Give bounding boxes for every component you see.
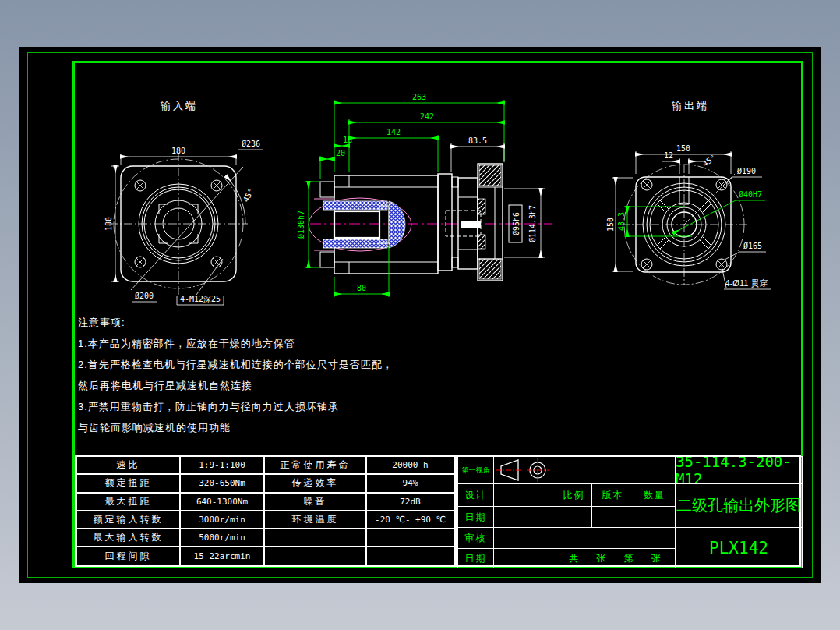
design-label: 设计 xyxy=(457,483,494,507)
spec-value xyxy=(366,547,454,565)
date2-value xyxy=(493,548,556,568)
spec-value: 72dB xyxy=(366,493,454,511)
note-line: 1.本产品为精密部件，应放在干燥的地方保管 xyxy=(78,333,394,354)
left-step-bottom xyxy=(320,252,334,267)
notes-title: 注意事项: xyxy=(78,312,394,333)
input-view-title: 输入端 xyxy=(160,100,198,111)
spec-value: 1:9-1:100 xyxy=(180,456,264,474)
dim-bore-dia: Ø40H7 xyxy=(739,190,762,199)
scale-value xyxy=(556,506,592,528)
bearing-hatch-bottom xyxy=(323,239,387,248)
spec-label: 最大输入转数 xyxy=(76,529,180,547)
spec-label xyxy=(264,547,366,565)
dim-output-height: 150 xyxy=(606,218,615,232)
spec-value: 320-650Nm xyxy=(180,474,264,492)
dim-input-height: 180 xyxy=(104,217,113,231)
spec-label: 回程间隙 xyxy=(76,547,180,565)
dim-142: 142 xyxy=(386,128,401,136)
dim-key-43-3: 43.3 xyxy=(617,212,626,231)
dim-80: 80 xyxy=(357,284,366,292)
spec-value: 640-1300Nm xyxy=(180,493,264,511)
dim-20: 20 xyxy=(336,149,345,158)
design-value xyxy=(493,483,556,507)
spec-value: 94% xyxy=(366,474,454,492)
spec-label: 噪音 xyxy=(264,493,366,511)
spec-value: 20000 h xyxy=(366,456,454,474)
note-line: 2.首先严格检查电机与行星减速机相连接的个部位尺寸是否匹配， xyxy=(78,354,394,375)
dim-key-width: 12 xyxy=(664,151,673,160)
empty-cell xyxy=(556,456,676,484)
version-label: 版本 xyxy=(591,483,634,507)
spec-table: 速比 1:9-1:100 正常使用寿命 20000 h 额定扭距 320-650… xyxy=(75,455,456,567)
shaft-hatch-crescent xyxy=(389,201,405,248)
dim-83-5: 83.5 xyxy=(468,136,487,145)
sheet-info: 共 张 第 张 xyxy=(556,548,676,568)
spec-label: 最大扭距 xyxy=(76,493,180,511)
dim-angle-45: 45° xyxy=(701,153,717,168)
dim-242: 242 xyxy=(420,112,434,121)
dim-output-width: 150 xyxy=(676,144,690,153)
section-view: 263 242 142 18 20 83.5 80 Ø xyxy=(297,93,552,297)
spec-value xyxy=(366,529,454,547)
spec-label: 正常使用寿命 xyxy=(264,456,366,474)
dim-bolt-circle: Ø200 xyxy=(135,292,154,300)
housing-outline xyxy=(334,175,438,274)
spec-label: 传递效率 xyxy=(264,474,366,492)
drawing-canvas: 输入端 xyxy=(19,47,821,583)
dim-thread-note: 4-M12深25 xyxy=(180,295,221,303)
spec-label xyxy=(264,529,366,547)
spec-value: 3000r/min xyxy=(180,511,264,529)
input-end-view: 输入端 xyxy=(104,100,263,305)
review-label: 审核 xyxy=(457,527,494,549)
empty-cell xyxy=(556,527,676,549)
spec-label: 环境温度 xyxy=(264,511,366,529)
spec-label: 速比 xyxy=(76,456,180,474)
input-bore xyxy=(334,211,379,238)
dim-input-width: 180 xyxy=(171,147,185,155)
dim-bolt-dia: Ø190 xyxy=(737,167,756,175)
note-line: 然后再将电机与行星减速机自然连接 xyxy=(78,375,394,396)
spec-value: -20 ℃- +90 ℃ xyxy=(366,511,454,529)
dim-angle-45: 45° xyxy=(242,187,256,204)
spec-value: 5000r/min xyxy=(180,529,264,547)
date2-label: 日期 xyxy=(457,548,494,568)
spec-label: 额定扭距 xyxy=(76,474,180,492)
qty-value xyxy=(634,506,676,528)
part-number: PLX142 xyxy=(675,527,803,568)
note-line: 与齿轮而影响减速机的使用功能 xyxy=(78,417,394,438)
spec-value: 15-22arcmin xyxy=(180,547,264,565)
qty-label: 数量 xyxy=(634,483,676,507)
bearing-hatch-top xyxy=(323,201,387,210)
output-view-title: 输出端 xyxy=(671,100,709,111)
left-step-top xyxy=(320,182,334,197)
output-end-view: 输出端 xyxy=(606,100,771,289)
date-value xyxy=(493,506,556,528)
shaft-end-cap xyxy=(379,206,389,243)
note-line: 3.严禁用重物击打，防止轴向力与径向力过大损坏轴承 xyxy=(78,396,394,417)
notes-block: 注意事项: 1.本产品为精密部件，应放在干燥的地方保管 2.首先严格检查电机与行… xyxy=(78,312,394,438)
dim-flange-dia: Ø165 xyxy=(743,242,762,250)
dim-dia-95: Ø95h6 xyxy=(512,212,521,235)
dim-dia-130: Ø130h7 xyxy=(297,211,305,239)
model-code: 35-114.3-200-M12 xyxy=(675,456,803,484)
first-angle-projection-icon xyxy=(493,456,556,484)
scale-label: 比例 xyxy=(556,483,592,507)
dim-total-length: 263 xyxy=(412,93,426,101)
flange-hatch-bottom xyxy=(479,259,501,279)
plate-a xyxy=(438,174,452,271)
dim-hole-note: 4-Ø11 贯穿 xyxy=(725,278,768,288)
output-shaft-slot xyxy=(461,221,481,228)
dim-18: 18 xyxy=(343,136,352,144)
flange-hatch-top xyxy=(479,165,501,186)
dim-dia-114: Ø114.3h7 xyxy=(528,205,537,242)
date-label: 日期 xyxy=(457,506,494,528)
cad-screenshot-page: 输入端 xyxy=(0,0,840,630)
version-value xyxy=(591,506,634,528)
review-value xyxy=(493,527,556,549)
drawing-title: 二级孔输出外形图 xyxy=(675,483,803,528)
dim-outer-dia: Ø236 xyxy=(242,140,260,148)
first-angle-label: 第一视角 xyxy=(457,456,494,484)
title-block: 第一视角 35-114.3-200-M12 设计 比例 版本 数量 日期 xyxy=(456,455,801,567)
spec-label: 额定输入转数 xyxy=(76,511,180,529)
